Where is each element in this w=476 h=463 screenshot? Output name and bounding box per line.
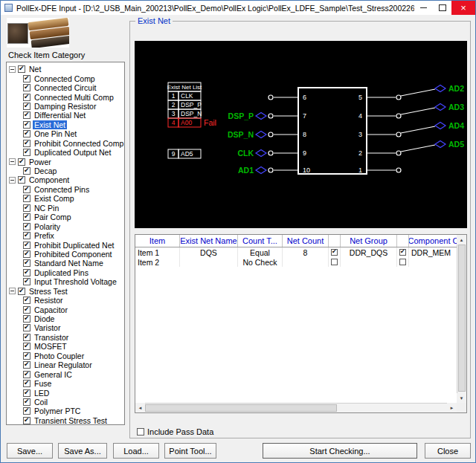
table-cell[interactable]: Equal <box>238 247 283 257</box>
maximize-button[interactable] <box>433 1 451 15</box>
column-header-component-c[interactable]: Component C <box>409 235 458 247</box>
table-cell[interactable]: 8 <box>283 247 329 257</box>
tree-item-duplicated-output-net[interactable]: Duplicated Output Net <box>9 148 124 157</box>
table-cell[interactable] <box>409 257 458 267</box>
scroll-down-icon[interactable] <box>457 393 466 403</box>
checkbox[interactable] <box>23 417 30 424</box>
column-header-checkbox[interactable] <box>329 235 341 247</box>
table-cell[interactable]: DDR_DQS <box>341 247 397 257</box>
cell-checkbox[interactable] <box>329 247 341 257</box>
table-cell[interactable]: Item 2 <box>135 257 180 267</box>
checkbox[interactable] <box>18 288 25 295</box>
tree-item-connected-multi-comp[interactable]: Connected Multi Comp <box>9 92 124 101</box>
checkbox[interactable] <box>23 380 30 387</box>
tree-item-pair-comp[interactable]: Pair Comp <box>9 213 124 221</box>
vertical-scrollbar-thumb[interactable] <box>458 245 466 392</box>
tree-item-prefix[interactable]: Prefix <box>9 231 124 240</box>
save-button[interactable]: Save... <box>7 443 53 459</box>
column-header-checkbox[interactable] <box>397 235 409 247</box>
minimize-button[interactable] <box>414 1 433 15</box>
tree-item-differential-net[interactable]: Differential Net <box>9 111 124 120</box>
table-cell[interactable]: No Check <box>238 257 283 267</box>
checkbox[interactable] <box>23 398 30 406</box>
include-pass-data-checkbox[interactable]: Include Pass Data <box>137 427 213 436</box>
collapse-icon[interactable] <box>9 288 16 294</box>
checkbox[interactable] <box>23 213 30 221</box>
tree-item-connected-comp[interactable]: Connected Comp <box>9 74 124 82</box>
checkbox[interactable] <box>23 140 30 147</box>
tree-item-led[interactable]: LED <box>9 388 124 397</box>
cell-checkbox[interactable] <box>397 247 409 257</box>
table-cell[interactable]: DQS <box>180 247 238 257</box>
tree-item-varistor[interactable]: Varistor <box>9 323 124 332</box>
table-cell[interactable] <box>283 257 329 267</box>
load-button[interactable]: Load... <box>113 443 159 459</box>
checkbox[interactable] <box>23 315 30 323</box>
tree-item-transient-stress-test[interactable]: Transient Stress Test <box>9 416 124 425</box>
checkbox[interactable] <box>23 75 30 82</box>
tree-item-exist-comp[interactable]: Exist Comp <box>9 194 124 203</box>
checkbox[interactable] <box>23 324 30 331</box>
tree-item-transistor[interactable]: Transistor <box>9 333 124 342</box>
tree-item-fuse[interactable]: Fuse <box>9 379 124 388</box>
table-cell[interactable]: Item 1 <box>135 247 180 257</box>
close-dialog-button[interactable]: Close <box>425 443 471 459</box>
checkbox[interactable] <box>23 130 30 137</box>
tree-item-coil[interactable]: Coil <box>9 398 124 407</box>
table-horizontal-scrollbar[interactable] <box>135 403 457 412</box>
table-vertical-scrollbar[interactable] <box>457 235 466 403</box>
column-header-item[interactable]: Item <box>135 235 180 247</box>
tree-item-duplicated-pins[interactable]: Duplicated Pins <box>9 268 124 277</box>
tree-item-decap[interactable]: Decap <box>9 166 124 175</box>
checkbox[interactable] <box>23 223 30 230</box>
tree-item-net[interactable]: Net <box>9 65 124 74</box>
column-header-net-group[interactable]: Net Group <box>341 235 397 247</box>
checkbox[interactable] <box>23 103 30 110</box>
tree-item-photo-coupler[interactable]: Photo Coupler <box>9 352 124 360</box>
checkbox[interactable] <box>23 94 30 101</box>
checkbox[interactable] <box>23 389 30 397</box>
cell-checkbox[interactable] <box>329 257 341 267</box>
checkbox[interactable] <box>23 167 30 175</box>
collapse-icon[interactable] <box>9 158 16 165</box>
checkbox[interactable] <box>23 259 30 267</box>
tree-item-resistor[interactable]: Resistor <box>9 296 124 305</box>
checkbox[interactable] <box>23 361 30 369</box>
column-header-net-count[interactable]: Net Count <box>283 235 329 247</box>
checkbox[interactable] <box>23 352 30 360</box>
tree-item-input-threshold-voltage[interactable]: Input Threshold Voltage <box>9 277 124 286</box>
checkbox[interactable] <box>23 297 30 304</box>
scroll-right-icon[interactable] <box>447 403 457 412</box>
checkbox[interactable] <box>331 259 338 265</box>
tree-item-capacitor[interactable]: Capacitor <box>9 305 124 314</box>
collapse-icon[interactable] <box>9 66 16 73</box>
tree-item-prohibit-duplicated-net[interactable]: Prohibit Duplicated Net <box>9 240 124 249</box>
checkbox[interactable] <box>23 149 30 156</box>
tree-item-mosfet[interactable]: MOSFET <box>9 342 124 351</box>
checkbox[interactable] <box>331 249 338 256</box>
checkbox[interactable] <box>23 334 30 341</box>
tree-item-standard-net-name[interactable]: Standard Net Name <box>9 259 124 268</box>
tree-item-exist-net[interactable]: Exist Net <box>9 120 124 129</box>
checkbox[interactable] <box>23 407 30 415</box>
horizontal-scrollbar-thumb[interactable] <box>145 404 337 412</box>
cell-checkbox[interactable] <box>397 257 409 267</box>
tree-item-nc-pin[interactable]: NC Pin <box>9 204 124 213</box>
tree-item-damping-resistor[interactable]: Damping Resistor <box>9 102 124 111</box>
scroll-up-icon[interactable] <box>457 235 466 245</box>
tree-item-prohibit-connected-comp[interactable]: Prohibit Connected Comp <box>9 139 124 148</box>
checkbox[interactable] <box>23 278 30 285</box>
checkbox[interactable] <box>23 195 30 202</box>
checkbox[interactable] <box>23 269 30 276</box>
checkbox[interactable] <box>23 186 30 193</box>
tree-item-polymer-ptc[interactable]: Polymer PTC <box>9 407 124 415</box>
collapse-icon[interactable] <box>9 177 16 184</box>
checkbox[interactable] <box>23 232 30 239</box>
tree-item-connected-pins[interactable]: Connected Pins <box>9 185 124 194</box>
checkbox[interactable] <box>18 176 25 184</box>
checkbox[interactable] <box>23 204 30 212</box>
point-tool-button[interactable]: Point Tool... <box>164 443 216 459</box>
checkbox[interactable] <box>23 343 30 350</box>
tree-item-polarity[interactable]: Polarity <box>9 221 124 230</box>
checkbox[interactable] <box>23 306 30 314</box>
